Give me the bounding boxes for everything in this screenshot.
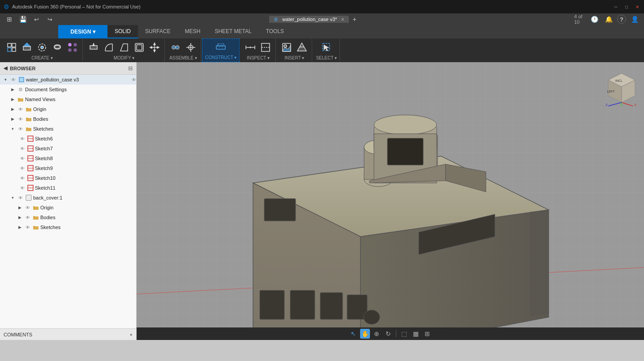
pan-button[interactable]: ✋ bbox=[360, 329, 370, 339]
svg-text:Z: Z bbox=[605, 103, 608, 107]
user-avatar[interactable]: 👤 bbox=[629, 13, 640, 25]
eye-icon-sketch9[interactable]: 👁 bbox=[19, 165, 26, 172]
pattern-button[interactable] bbox=[65, 41, 80, 54]
sketch-icon-sketch7 bbox=[27, 145, 34, 152]
assemble-buttons bbox=[168, 40, 198, 55]
more-options-button[interactable]: ⊞ bbox=[422, 329, 432, 339]
tab-mesh[interactable]: MESH bbox=[178, 25, 208, 38]
doc-tab-close-button[interactable]: ✕ bbox=[341, 17, 344, 22]
comments-expand-icon[interactable]: + bbox=[130, 332, 133, 337]
joint-origin-button[interactable] bbox=[184, 41, 198, 54]
arrow-bodies: ▶ bbox=[9, 115, 16, 123]
tree-item-sketches[interactable]: ▾ 👁 Sketches bbox=[0, 124, 136, 134]
tree-item-sketch10[interactable]: 👁 Sketch10 bbox=[0, 173, 136, 183]
eye-icon-sketch6[interactable]: 👁 bbox=[19, 135, 26, 142]
chamfer-button[interactable] bbox=[117, 41, 131, 54]
view-mode-button[interactable]: ⬚ bbox=[399, 329, 409, 339]
insert-buttons bbox=[279, 40, 309, 55]
zoom-button[interactable]: ⊕ bbox=[372, 329, 382, 339]
eye-icon-sketch8[interactable]: 👁 bbox=[19, 155, 26, 162]
minimize-button[interactable]: ─ bbox=[613, 4, 619, 10]
sketch-icon-sketch6 bbox=[27, 135, 34, 142]
press-pull-button[interactable] bbox=[86, 41, 101, 54]
tree-item-back-cover[interactable]: ▾ 👁 back_cover:1 bbox=[0, 193, 136, 203]
offset-plane-button[interactable] bbox=[214, 41, 228, 54]
move-button[interactable] bbox=[147, 41, 162, 54]
gear-icon-doc-settings: ⚙ bbox=[17, 86, 24, 93]
tree-item-sketch7[interactable]: 👁 Sketch7 bbox=[0, 144, 136, 153]
new-component-button[interactable] bbox=[4, 41, 19, 54]
tree-item-root[interactable]: ▾ 👁 water_pollution_case v3 👁 bbox=[0, 75, 136, 85]
eye-icon-back-cover[interactable]: 👁 bbox=[17, 194, 24, 201]
insert-canvas-button[interactable] bbox=[279, 41, 294, 54]
orbit-button[interactable]: ↻ bbox=[383, 329, 393, 339]
tree-item-sketch6[interactable]: 👁 Sketch6 bbox=[0, 134, 136, 144]
shell-button[interactable] bbox=[132, 41, 146, 54]
visibility-root[interactable]: 👁 bbox=[10, 76, 17, 83]
tab-sheet-metal[interactable]: SHEET METAL bbox=[207, 25, 258, 38]
tree-item-sketch9[interactable]: 👁 Sketch9 bbox=[0, 163, 136, 173]
arrow-doc-settings: ▶ bbox=[9, 86, 16, 93]
tree-item-sketch8[interactable]: 👁 Sketch8 bbox=[0, 153, 136, 163]
undo-button[interactable]: ↩ bbox=[30, 13, 42, 25]
eye-icon-sketch10[interactable]: 👁 bbox=[19, 174, 26, 182]
tree-item-bc-origin[interactable]: ▶ 👁 Origin bbox=[0, 203, 136, 212]
browser-collapse-icon[interactable]: ◀ bbox=[4, 65, 7, 71]
tree-item-bc-sketches[interactable]: ▶ 👁 Sketches bbox=[0, 222, 136, 232]
eye-icon-origin[interactable]: 👁 bbox=[17, 106, 24, 113]
insert-mesh-button[interactable] bbox=[295, 41, 309, 54]
tree-item-named-views[interactable]: ▶ Named Views bbox=[0, 94, 136, 104]
tab-surface[interactable]: SURFACE bbox=[138, 25, 178, 38]
svg-point-28 bbox=[176, 46, 179, 49]
eye-icon-sketch7[interactable]: 👁 bbox=[19, 145, 26, 152]
svg-point-81 bbox=[374, 115, 437, 135]
measure-button[interactable] bbox=[243, 41, 258, 54]
modify-label: MODIFY ▾ bbox=[114, 55, 134, 60]
section-analysis-button[interactable] bbox=[258, 41, 273, 54]
sketch-icon-sketch11 bbox=[27, 184, 34, 191]
eye-icon-root[interactable]: 👁 bbox=[132, 77, 136, 82]
tree-item-bc-bodies[interactable]: ▶ 👁 Bodies bbox=[0, 212, 136, 222]
hole-button[interactable] bbox=[50, 41, 64, 54]
close-button[interactable]: ✕ bbox=[634, 4, 640, 10]
revolve-button[interactable] bbox=[35, 41, 49, 54]
joint-button[interactable] bbox=[168, 41, 183, 54]
svg-text:LEFT: LEFT bbox=[607, 90, 615, 93]
design-dropdown-button[interactable]: DESIGN ▾ bbox=[58, 25, 107, 38]
grid-toggle-button[interactable]: ▦ bbox=[411, 329, 421, 339]
title-left: ⚙ Autodesk Fusion 360 (Personal – Not fo… bbox=[4, 3, 141, 10]
select-tool-button[interactable] bbox=[319, 41, 334, 54]
eye-icon-bodies[interactable]: 👁 bbox=[17, 115, 24, 123]
eye-icon-sketches[interactable]: 👁 bbox=[17, 125, 24, 132]
svg-rect-3 bbox=[12, 48, 16, 51]
eye-icon-bc-origin[interactable]: 👁 bbox=[24, 204, 31, 211]
viewport[interactable]: INCL LEFT X Z ↖ ✋ ⊕ ↻ ⬚ ▦ ⊞ bbox=[137, 62, 644, 340]
comments-bar: COMMENTS + bbox=[0, 328, 136, 340]
clock-icon[interactable]: 🕐 bbox=[588, 13, 600, 25]
tree-item-bodies[interactable]: ▶ 👁 Bodies bbox=[0, 114, 136, 124]
app-title: Autodesk Fusion 360 (Personal – Not for … bbox=[12, 4, 141, 9]
cursor-mode-button[interactable]: ↖ bbox=[348, 329, 358, 339]
notification-bell-icon[interactable]: 🔔 bbox=[603, 13, 614, 25]
tree-item-origin[interactable]: ▶ 👁 Origin bbox=[0, 104, 136, 114]
save-button[interactable]: 💾 bbox=[17, 13, 29, 25]
redo-button[interactable]: ↪ bbox=[44, 13, 56, 25]
browser-title: BROWSER bbox=[10, 66, 35, 71]
maximize-button[interactable]: □ bbox=[623, 4, 630, 10]
viewcube[interactable]: INCL LEFT X Z bbox=[599, 67, 640, 107]
eye-icon-bc-sketches[interactable]: 👁 bbox=[24, 224, 31, 231]
grid-menu-button[interactable]: ⊞ bbox=[4, 13, 15, 25]
tree-item-doc-settings[interactable]: ▶ ⚙ Document Settings bbox=[0, 85, 136, 94]
browser-pin-icon[interactable]: ⊟ bbox=[128, 65, 133, 72]
help-icon[interactable]: ? bbox=[617, 15, 626, 24]
label-bodies: Bodies bbox=[33, 116, 136, 122]
add-tab-button[interactable]: + bbox=[349, 13, 361, 25]
fillet-button[interactable] bbox=[102, 41, 116, 54]
eye-icon-sketch11[interactable]: 👁 bbox=[19, 184, 26, 191]
eye-icon-bc-bodies[interactable]: 👁 bbox=[24, 214, 31, 221]
tab-tools[interactable]: TOOLS bbox=[259, 25, 291, 38]
active-document-tab[interactable]: 🗎 water_pollution_case v3* ✕ bbox=[269, 16, 348, 23]
extrude-button[interactable] bbox=[20, 41, 34, 54]
tab-solid[interactable]: SOLID bbox=[107, 25, 138, 38]
tree-item-sketch11[interactable]: 👁 Sketch11 bbox=[0, 183, 136, 193]
